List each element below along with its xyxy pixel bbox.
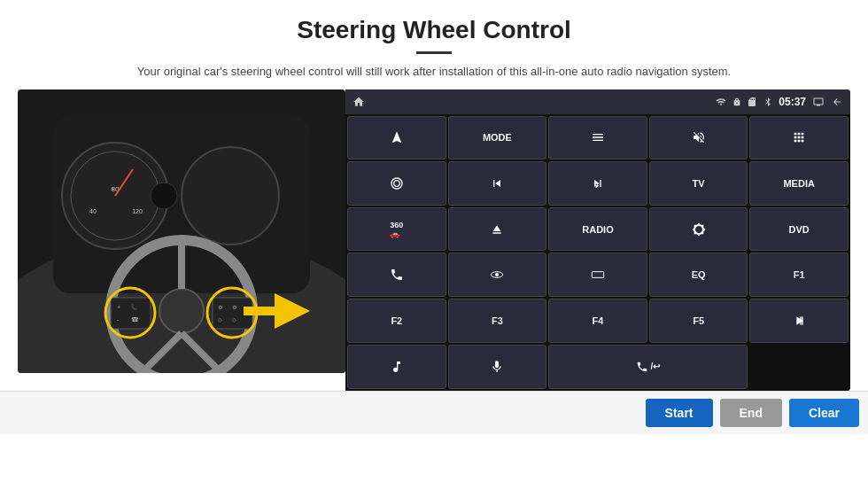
bottom-bar: Start End Clear (0, 391, 868, 434)
btn-next[interactable] (548, 161, 647, 206)
btn-radio[interactable]: RADIO (548, 207, 647, 252)
btn-orbit[interactable] (448, 253, 547, 297)
svg-point-31 (495, 273, 499, 276)
home-icon (353, 96, 365, 108)
svg-text:📞: 📞 (131, 304, 138, 311)
btn-settings[interactable] (347, 161, 446, 206)
page-header: Steering Wheel Control Your original car… (0, 0, 868, 89)
radio-panel: 05:37 MODE (345, 89, 850, 391)
svg-rect-29 (244, 307, 279, 315)
svg-text:⚙: ⚙ (218, 305, 222, 310)
btn-menu[interactable] (548, 116, 647, 160)
btn-phone-answer[interactable]: /↩ (548, 345, 748, 389)
btn-phone[interactable] (347, 253, 446, 297)
svg-text:40: 40 (89, 208, 97, 214)
car-image: 80 40 120 + - 📞 ☎ ⚙ ◇ (18, 89, 345, 373)
end-button[interactable]: End (720, 399, 782, 427)
btn-f4[interactable]: F4 (548, 299, 647, 343)
svg-rect-33 (801, 316, 802, 324)
btn-dvd[interactable]: DVD (749, 207, 849, 252)
back-icon (831, 97, 843, 107)
wifi-icon (715, 97, 727, 107)
btn-360[interactable]: 360🚗 (347, 207, 446, 252)
svg-text:◇: ◇ (232, 317, 236, 323)
btn-f2[interactable]: F2 (347, 299, 446, 343)
btn-playpause[interactable] (749, 299, 849, 343)
clear-button[interactable]: Clear (789, 399, 859, 427)
sdcard-icon (747, 97, 757, 107)
btn-f3[interactable]: F3 (448, 299, 547, 343)
start-button[interactable]: Start (646, 399, 713, 427)
btn-music[interactable] (347, 345, 446, 389)
btn-mic[interactable] (448, 345, 547, 389)
svg-rect-16 (111, 298, 151, 329)
btn-eq[interactable]: EQ (649, 253, 748, 297)
btn-apps[interactable] (749, 116, 849, 160)
btn-widescreen[interactable] (548, 253, 647, 297)
svg-text:+: + (117, 304, 120, 310)
btn-mute[interactable] (649, 116, 748, 160)
svg-point-12 (159, 289, 204, 333)
svg-text:◇: ◇ (218, 317, 222, 323)
svg-text:☎: ☎ (131, 316, 139, 323)
main-content: 80 40 120 + - 📞 ☎ ⚙ ◇ (0, 89, 868, 391)
status-left (353, 96, 365, 108)
btn-mode[interactable]: MODE (448, 116, 547, 160)
svg-point-9 (182, 147, 279, 245)
page-description: Your original car's steering wheel contr… (35, 63, 833, 81)
btn-eject[interactable] (448, 207, 547, 252)
svg-point-10 (151, 183, 177, 209)
status-right: 05:37 (715, 96, 843, 108)
lock-icon (732, 97, 741, 107)
btn-prev[interactable] (448, 161, 547, 206)
bluetooth-icon (763, 96, 773, 108)
title-divider (416, 51, 452, 54)
svg-rect-34 (802, 316, 803, 324)
btn-f1[interactable]: F1 (749, 253, 849, 297)
btn-media[interactable]: MEDIA (749, 161, 849, 206)
svg-rect-32 (592, 272, 603, 278)
btn-tv[interactable]: TV (649, 161, 748, 206)
btn-brightness[interactable] (649, 207, 748, 252)
status-bar: 05:37 (345, 89, 850, 114)
svg-text:120: 120 (132, 208, 143, 214)
btn-f5[interactable]: F5 (649, 299, 748, 343)
button-grid: MODE TV MEDIA 360🚗 (345, 114, 850, 391)
status-time: 05:37 (779, 96, 806, 108)
btn-navigate[interactable] (347, 116, 446, 160)
screen-icon (811, 97, 825, 107)
page-title: Steering Wheel Control (35, 16, 833, 44)
svg-text:⚙: ⚙ (232, 305, 236, 310)
